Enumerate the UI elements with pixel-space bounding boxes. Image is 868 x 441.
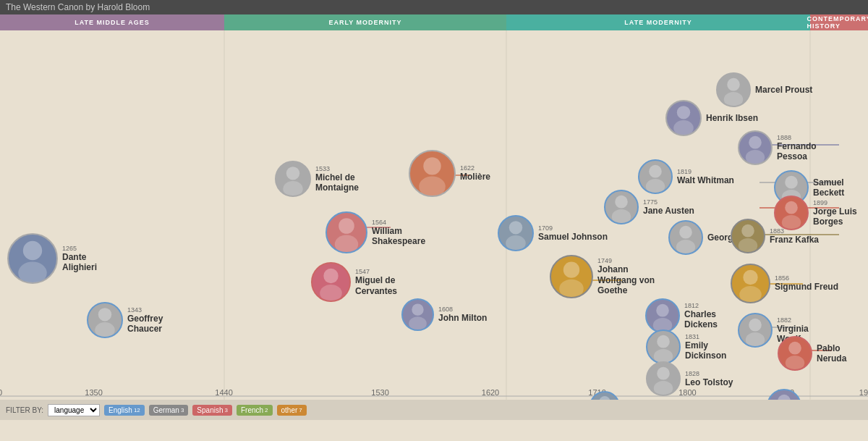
year-woolf: 1882 xyxy=(777,316,809,324)
badge-english[interactable]: English 12 xyxy=(104,405,145,416)
year-tolstoy: 1828 xyxy=(685,370,733,377)
author-chaucer[interactable]: 1343Geoffrey Chaucer xyxy=(87,302,163,338)
info-dante: 1265Dante Alighieri xyxy=(62,245,97,273)
portrait-whitman xyxy=(638,159,673,194)
svg-point-33 xyxy=(615,196,628,209)
timeline: 013501440153016201710180018901980 xyxy=(0,385,868,400)
portrait-woolf xyxy=(738,313,773,348)
info-ibsen: Henrik Ibsen xyxy=(706,113,758,123)
badge-other[interactable]: other 7 xyxy=(277,405,307,416)
year-shakespeare: 1564 xyxy=(372,219,425,226)
author-pessoa[interactable]: 1888Fernando Pessoa xyxy=(738,130,817,165)
name-dickens: Charles Dickens xyxy=(684,309,718,330)
svg-point-56 xyxy=(746,332,765,348)
svg-point-35 xyxy=(599,396,610,400)
author-tolstoy[interactable]: 1828Leo Tolstoy xyxy=(646,361,733,396)
info-chaucer: 1343Geoffrey Chaucer xyxy=(127,306,163,335)
badge-french[interactable]: French 2 xyxy=(237,405,273,416)
svg-point-61 xyxy=(785,201,798,214)
year-montaigne: 1533 xyxy=(315,165,359,172)
name-cervantes: Miguel de Cervantes xyxy=(355,275,397,296)
author-borges[interactable]: 1899Jorge Luis Borges xyxy=(774,196,868,230)
info-johnson: 1709Samuel Johnson xyxy=(538,224,608,242)
name-chaucer: Geoffrey Chaucer xyxy=(127,314,163,335)
svg-point-65 xyxy=(778,395,791,400)
tick-1620: 1620 xyxy=(482,388,499,397)
name-austen: Jane Austen xyxy=(643,206,694,216)
author-joyce[interactable]: James Joyce xyxy=(767,389,860,400)
svg-point-24 xyxy=(320,285,342,302)
author-freud[interactable]: 1856Sigmund Freud xyxy=(731,264,838,303)
svg-point-51 xyxy=(741,224,754,238)
svg-point-26 xyxy=(419,177,446,197)
name-dickinson: Emily Dickinson xyxy=(685,340,726,361)
era-late-modernity: Late Modernity xyxy=(506,14,810,30)
info-neruda: Pablo Neruda xyxy=(817,343,868,364)
author-montaigne[interactable]: 1533Michel de Montaigne xyxy=(275,161,359,197)
info-whitman: 1819Walt Whitman xyxy=(677,168,734,185)
svg-point-38 xyxy=(646,179,665,194)
filter-label: FILTER BY: xyxy=(6,406,43,414)
author-moliere[interactable]: 1622Molière xyxy=(409,150,490,197)
svg-point-64 xyxy=(786,356,804,371)
svg-point-41 xyxy=(679,226,692,239)
svg-point-17 xyxy=(98,308,111,321)
portrait-moliere xyxy=(409,150,456,197)
author-shakespeare[interactable]: 1564William Shakespeare xyxy=(326,211,425,253)
portrait-ibsen xyxy=(665,100,702,136)
portrait-johnson xyxy=(498,215,534,251)
year-chaucer: 1343 xyxy=(127,306,163,314)
svg-point-58 xyxy=(739,286,762,303)
info-milton: 1608John Milton xyxy=(438,306,487,323)
name-goethe: Johann Wolfgang von Goethe xyxy=(597,264,655,295)
name-montaigne: Michel de Montaigne xyxy=(315,172,359,193)
author-dante[interactable]: 1265Dante Alighieri xyxy=(7,233,97,284)
author-dickens[interactable]: 1812Charles Dickens xyxy=(645,298,718,333)
svg-point-21 xyxy=(339,218,354,234)
portrait-pessoa xyxy=(738,130,773,165)
svg-point-18 xyxy=(95,322,115,337)
svg-point-22 xyxy=(335,235,358,253)
svg-point-29 xyxy=(509,221,522,234)
author-austen[interactable]: 1775Jane Austen xyxy=(604,190,694,224)
svg-point-42 xyxy=(676,240,695,255)
tick-1440: 1440 xyxy=(215,388,232,397)
author-goethe[interactable]: 1749Johann Wolfgang von Goethe xyxy=(550,255,655,298)
name-dante: Dante Alighieri xyxy=(62,252,97,273)
author-whitman[interactable]: 1819Walt Whitman xyxy=(638,159,734,194)
svg-point-48 xyxy=(673,120,694,135)
tick-1980: 1980 xyxy=(859,388,868,397)
name-moliere: Molière xyxy=(460,172,490,182)
page-title: The Western Canon by Harold Bloom xyxy=(6,2,150,12)
author-neruda[interactable]: Pablo Neruda xyxy=(778,336,868,371)
year-pessoa: 1888 xyxy=(777,134,817,141)
info-dickinson: 1831Emily Dickinson xyxy=(685,333,726,361)
author-milton[interactable]: 1608John Milton xyxy=(401,298,487,331)
svg-point-19 xyxy=(286,167,299,180)
info-cervantes: 1547Miguel de Cervantes xyxy=(355,268,397,296)
name-milton: John Milton xyxy=(438,313,487,323)
svg-point-52 xyxy=(739,238,757,253)
author-proust[interactable]: Marcel Proust xyxy=(716,72,812,107)
svg-point-23 xyxy=(323,269,338,283)
portrait-dickens xyxy=(645,298,680,333)
author-johnson[interactable]: 1709Samuel Johnson xyxy=(498,215,608,251)
name-pessoa: Fernando Pessoa xyxy=(777,141,817,162)
badge-spanish[interactable]: Spanish 3 xyxy=(192,405,232,416)
tick-1530: 1530 xyxy=(371,388,388,397)
year-milton: 1608 xyxy=(438,306,487,313)
portrait-austen xyxy=(604,190,639,224)
info-tolstoy: 1828Leo Tolstoy xyxy=(685,370,733,387)
bottom-bar: FILTER BY: language English 12German 3Sp… xyxy=(0,400,868,420)
author-dickinson[interactable]: 1831Emily Dickinson xyxy=(646,329,726,364)
language-filter[interactable]: language xyxy=(48,404,100,416)
info-montaigne: 1533Michel de Montaigne xyxy=(315,165,359,193)
info-pessoa: 1888Fernando Pessoa xyxy=(777,134,817,162)
author-cervantes[interactable]: 1547Miguel de Cervantes xyxy=(311,262,397,302)
title-bar: The Western Canon by Harold Bloom xyxy=(0,0,868,14)
svg-point-50 xyxy=(724,92,743,107)
year-cervantes: 1547 xyxy=(355,268,397,275)
name-shakespeare: William Shakespeare xyxy=(372,226,425,247)
badge-german[interactable]: German 3 xyxy=(149,405,189,416)
era-headers: Late Middle AgesEarly ModernityLate Mode… xyxy=(0,14,868,30)
